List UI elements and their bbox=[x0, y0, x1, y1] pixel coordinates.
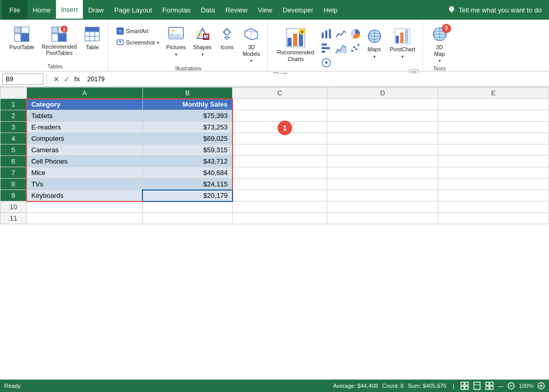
cell-E9[interactable] bbox=[438, 190, 549, 201]
cell-D3[interactable] bbox=[327, 122, 438, 133]
menu-developer[interactable]: Developer bbox=[278, 0, 319, 20]
recommended-charts-button[interactable]: ★ RecommendedCharts bbox=[273, 26, 318, 64]
cell-B7[interactable]: $40,684 bbox=[142, 167, 232, 179]
col-header-E[interactable]: E bbox=[438, 88, 549, 99]
cell-C2[interactable] bbox=[233, 110, 327, 122]
cell-B9[interactable]: $20,179 bbox=[142, 190, 232, 201]
pivot-chart-button[interactable]: PivotChart ▾ bbox=[387, 26, 418, 61]
cell-A9[interactable]: Keyboards bbox=[26, 190, 142, 201]
more-charts-button[interactable] bbox=[320, 56, 333, 69]
cell-E2[interactable] bbox=[438, 110, 549, 122]
3d-models-button[interactable]: 3DModels ▾ bbox=[239, 24, 263, 66]
cell-E8[interactable] bbox=[438, 179, 549, 190]
pivot-table-button[interactable]: PivotTable bbox=[6, 24, 37, 53]
bar-chart-button[interactable] bbox=[320, 41, 333, 55]
pictures-button[interactable]: Pictures ▾ bbox=[163, 24, 189, 59]
cell-C5[interactable] bbox=[233, 144, 327, 156]
cell-B11[interactable] bbox=[142, 213, 232, 224]
cell-A4[interactable]: Computers bbox=[26, 133, 142, 144]
menu-help[interactable]: Help bbox=[319, 0, 343, 20]
menu-draw[interactable]: Draw bbox=[83, 0, 109, 20]
col-header-D[interactable]: D bbox=[327, 88, 438, 99]
col-header-A[interactable]: A bbox=[26, 88, 142, 99]
cell-C4[interactable] bbox=[233, 133, 327, 144]
cell-C8[interactable] bbox=[233, 179, 327, 190]
cell-A10[interactable] bbox=[26, 201, 142, 213]
col-header-B[interactable]: B bbox=[142, 88, 232, 99]
cell-C6[interactable] bbox=[233, 156, 327, 167]
cell-D2[interactable] bbox=[327, 110, 438, 122]
cell-D6[interactable] bbox=[327, 156, 438, 167]
cell-E4[interactable] bbox=[438, 133, 549, 144]
cell-E1[interactable] bbox=[438, 99, 549, 110]
search-area[interactable]: Tell me what you want to do bbox=[447, 6, 547, 14]
page-break-icon[interactable] bbox=[485, 382, 494, 390]
cell-A2[interactable]: Tablets bbox=[26, 110, 142, 122]
cell-A8[interactable]: TVs bbox=[26, 179, 142, 190]
cell-E6[interactable] bbox=[438, 156, 549, 167]
menu-review[interactable]: Review bbox=[220, 0, 253, 20]
cell-reference-box[interactable]: B9 bbox=[2, 74, 44, 85]
normal-view-icon[interactable] bbox=[460, 382, 469, 390]
menu-file[interactable]: File bbox=[2, 0, 27, 20]
column-chart-button[interactable] bbox=[320, 27, 333, 40]
cell-C9[interactable] bbox=[233, 190, 327, 201]
cell-E10[interactable] bbox=[438, 201, 549, 213]
cell-D1[interactable] bbox=[327, 99, 438, 110]
cell-B6[interactable]: $43,712 bbox=[142, 156, 232, 167]
menu-home[interactable]: Home bbox=[27, 0, 56, 20]
smartart-button[interactable]: S SmartArt bbox=[113, 26, 162, 36]
col-header-C[interactable]: C bbox=[233, 88, 327, 99]
table-button[interactable]: Table bbox=[81, 24, 104, 53]
menu-formulas[interactable]: Formulas bbox=[157, 0, 196, 20]
zoom-out-icon[interactable] bbox=[508, 382, 515, 389]
menu-pagelayout[interactable]: Page Layout bbox=[109, 0, 157, 20]
cell-C11[interactable] bbox=[233, 213, 327, 224]
recommended-pivot-button[interactable]: 2 RecommendedPivotTables bbox=[38, 24, 80, 59]
maps-button[interactable]: Maps ▾ bbox=[363, 26, 386, 61]
menu-data[interactable]: Data bbox=[196, 0, 220, 20]
cell-A5[interactable]: Cameras bbox=[26, 144, 142, 156]
cell-B4[interactable]: $69,025 bbox=[142, 133, 232, 144]
cell-D5[interactable] bbox=[327, 144, 438, 156]
cell-E3[interactable] bbox=[438, 122, 549, 133]
insert-function-icon[interactable]: fx bbox=[73, 74, 81, 84]
cell-B5[interactable]: $59,315 bbox=[142, 144, 232, 156]
cell-A7[interactable]: Mice bbox=[26, 167, 142, 179]
3d-map-button[interactable]: 3 3DMap ▾ bbox=[428, 24, 451, 66]
cell-C1[interactable] bbox=[233, 99, 327, 110]
cell-C7[interactable] bbox=[233, 167, 327, 179]
cell-B2[interactable]: $75,393 bbox=[142, 110, 232, 122]
cell-A11[interactable] bbox=[26, 213, 142, 224]
icons-button[interactable]: Icons bbox=[215, 24, 238, 53]
formula-input[interactable] bbox=[85, 74, 547, 85]
screenshot-button[interactable]: Screenshot ▾ bbox=[113, 37, 162, 48]
cell-B8[interactable]: $24,115 bbox=[142, 179, 232, 190]
cell-A3[interactable]: E-readers bbox=[26, 122, 142, 133]
cell-A1[interactable]: Category bbox=[26, 99, 142, 110]
page-layout-icon[interactable] bbox=[473, 382, 481, 390]
confirm-formula-icon[interactable]: ✓ bbox=[63, 74, 71, 84]
cell-E11[interactable] bbox=[438, 213, 549, 224]
cell-D9[interactable] bbox=[327, 190, 438, 201]
cell-D4[interactable] bbox=[327, 133, 438, 144]
shapes-button[interactable]: Shapes ▾ bbox=[190, 24, 215, 59]
menu-insert[interactable]: Insert bbox=[56, 0, 83, 20]
line-chart-button[interactable] bbox=[334, 27, 348, 40]
pie-chart-button[interactable] bbox=[349, 27, 362, 40]
zoom-in-icon[interactable] bbox=[538, 382, 545, 389]
cell-A6[interactable]: Cell Phones bbox=[26, 156, 142, 167]
cell-D8[interactable] bbox=[327, 179, 438, 190]
cell-B10[interactable] bbox=[142, 201, 232, 213]
area-chart-button[interactable] bbox=[334, 41, 348, 55]
cell-D10[interactable] bbox=[327, 201, 438, 213]
cell-D7[interactable] bbox=[327, 167, 438, 179]
cell-E7[interactable] bbox=[438, 167, 549, 179]
cell-C10[interactable] bbox=[233, 201, 327, 213]
scatter-chart-button[interactable] bbox=[349, 41, 362, 55]
cell-E5[interactable] bbox=[438, 144, 549, 156]
cell-B1[interactable]: Monthly Sales bbox=[142, 99, 232, 110]
cell-D11[interactable] bbox=[327, 213, 438, 224]
menu-view[interactable]: View bbox=[253, 0, 278, 20]
cancel-formula-icon[interactable]: ✕ bbox=[52, 74, 61, 84]
